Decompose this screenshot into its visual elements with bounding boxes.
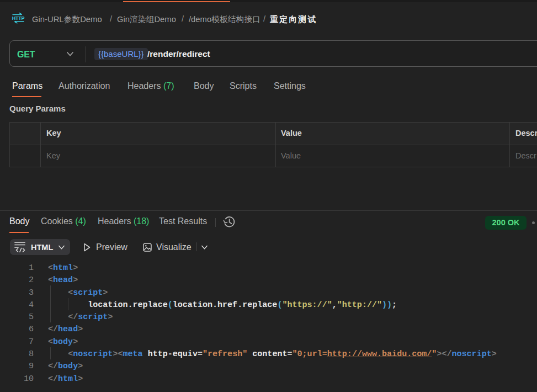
- svg-text:HTTP: HTTP: [12, 15, 25, 21]
